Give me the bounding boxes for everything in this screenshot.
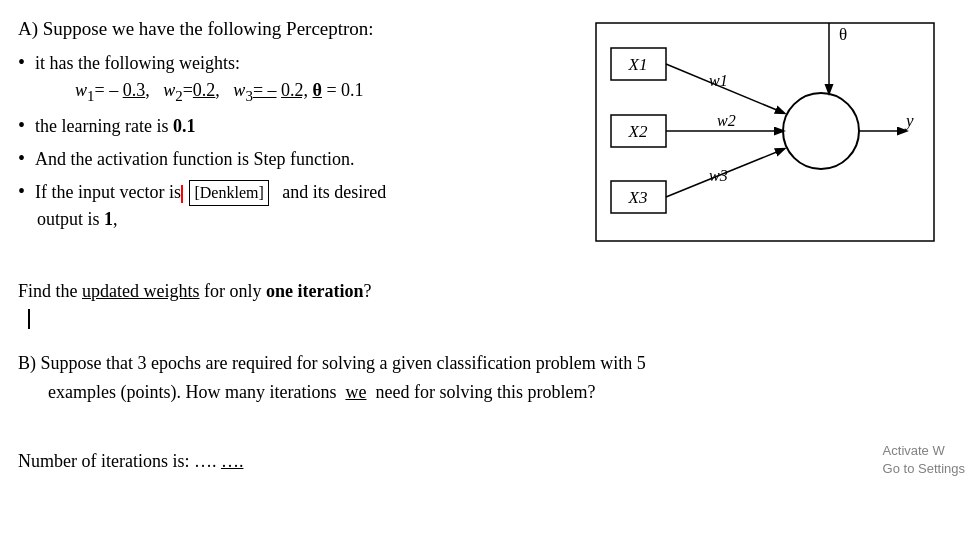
perceptron-diagram: X1 X2 X3 θ w1 <box>591 18 941 248</box>
svg-text:w3: w3 <box>709 167 728 184</box>
windows-watermark[interactable]: Activate W Go to Settings <box>883 442 965 478</box>
input-vector-text: If the input vector is [Denklem] and its… <box>35 179 386 233</box>
weights-formula: w1= – 0.3, w2=0.2, w3= – 0.2, θ = 0.1 <box>75 80 364 100</box>
w1-comma: , <box>145 80 150 100</box>
watermark-line2: Go to Settings <box>883 460 965 478</box>
svg-text:X2: X2 <box>628 122 648 141</box>
bullet-learning-rate: • the learning rate is 0.1 <box>18 113 571 140</box>
denklem-box: [Denklem] <box>189 180 268 206</box>
svg-text:X3: X3 <box>628 188 648 207</box>
bullet-symbol-1: • <box>18 52 25 72</box>
lr-value: 0.1 <box>173 116 196 136</box>
section-a-text: A) Suppose we have the following Percept… <box>18 18 571 329</box>
section-a: A) Suppose we have the following Percept… <box>18 18 951 329</box>
w2-val: 0.2 <box>193 80 216 100</box>
we-text: we <box>345 382 366 402</box>
bullet-weights: • it has the following weights: w1= – 0.… <box>18 50 571 107</box>
w1-sub: 1 <box>87 88 95 104</box>
text-cursor-red <box>181 185 183 203</box>
w1-var: w <box>75 80 87 100</box>
number-of-iterations-line: Number of iterations is: …. …. <box>18 419 951 477</box>
activation-text: And the activation function is Step func… <box>35 146 354 173</box>
text-cursor-black[interactable] <box>28 309 30 329</box>
section-b-line2: examples (points). How many iterations w… <box>48 382 595 402</box>
bullet-weights-text: it has the following weights: w1= – 0.3,… <box>35 50 364 107</box>
number-of-iterations-label: Number of iterations is: …. …. <box>18 451 243 471</box>
bullet-symbol-3: • <box>18 148 25 168</box>
main-content: A) Suppose we have the following Percept… <box>0 0 975 488</box>
output-value: 1 <box>104 209 113 229</box>
w2-comma: , <box>215 80 220 100</box>
bullet-input-vector: • If the input vector is [Denklem] and i… <box>18 179 571 233</box>
section-b-text2: examples (points). How many iterations <box>48 382 336 402</box>
output-line: output is 1, <box>37 209 118 229</box>
section-b: B) Suppose that 3 epochs are required fo… <box>18 349 951 476</box>
one-iteration-text: one iteration <box>266 281 363 301</box>
w1-val: 0.3 <box>123 80 146 100</box>
updated-weights-text: updated weights <box>82 281 199 301</box>
bullet-activation: • And the activation function is Step fu… <box>18 146 571 173</box>
bullet-symbol-2: • <box>18 115 25 135</box>
svg-text:X1: X1 <box>628 55 648 74</box>
dotted-underline: …. <box>221 451 244 471</box>
section-a-title: A) Suppose we have the following Percept… <box>18 18 571 40</box>
bullet-symbol-4: • <box>18 181 25 201</box>
w3-eq: = – <box>253 80 277 100</box>
bullet-list: • it has the following weights: w1= – 0.… <box>18 50 571 233</box>
theta-var: θ <box>313 80 322 100</box>
svg-text:w1: w1 <box>709 72 728 89</box>
learning-rate-text: the learning rate is 0.1 <box>35 113 195 140</box>
svg-text:w2: w2 <box>717 112 736 129</box>
section-b-text3: need for solving this problem? <box>375 382 595 402</box>
find-line: Find the updated weights for only one it… <box>18 251 571 329</box>
title-text: A) Suppose we have the following Percept… <box>18 18 374 39</box>
svg-point-7 <box>783 93 859 169</box>
watermark-line1: Activate W <box>883 442 965 460</box>
section-b-text1: Suppose that 3 epochs are required for s… <box>41 353 646 373</box>
w3-var: w <box>233 80 245 100</box>
section-b-paragraph: B) Suppose that 3 epochs are required fo… <box>18 349 951 407</box>
w2-var: w <box>163 80 175 100</box>
diagram-container: X1 X2 X3 θ w1 <box>591 18 951 253</box>
w3-sub: 3 <box>245 88 253 104</box>
w3-val: 0.2, <box>281 80 308 100</box>
w2-sub: 2 <box>175 88 183 104</box>
svg-text:y: y <box>904 111 914 130</box>
section-b-label: B) <box>18 353 41 373</box>
svg-text:θ: θ <box>839 25 847 44</box>
